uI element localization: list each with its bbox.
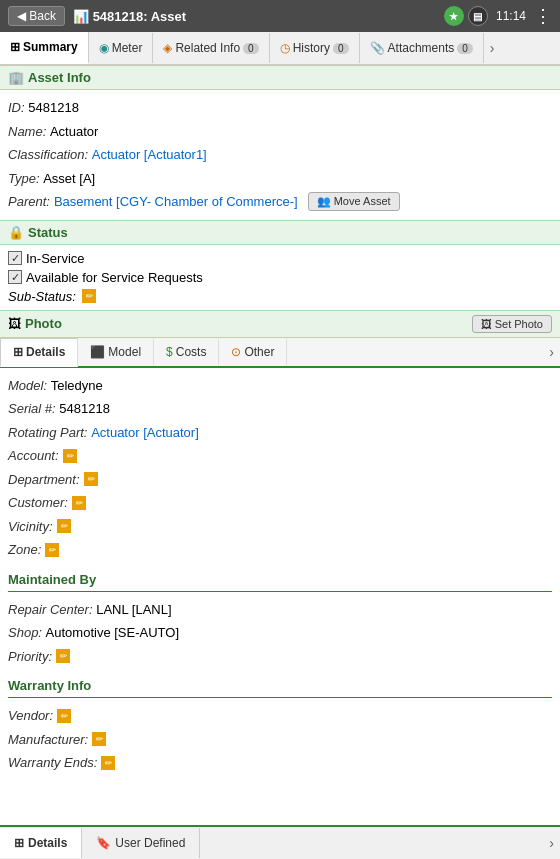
sub-tab-costs[interactable]: $ Costs: [154, 339, 219, 365]
tab-summary[interactable]: ⊞ Summary: [0, 32, 89, 64]
sub-tab-other[interactable]: ⊙ Other: [219, 339, 287, 365]
warranty-block: Vendor: ✏ Manufacturer: ✏ Warranty Ends:…: [0, 698, 560, 781]
tab-history-label: History: [293, 41, 330, 55]
tab-related-info[interactable]: ◈ Related Info 0: [153, 33, 269, 63]
sub-tab-model-label: Model: [108, 345, 141, 359]
details-subtab-icon: ⊞: [13, 345, 23, 359]
asset-info-block: ID: 5481218 Name: Actuator Classificatio…: [0, 90, 560, 220]
manufacturer-label: Manufacturer:: [8, 730, 88, 750]
history-tab-icon: ◷: [280, 41, 290, 55]
vendor-edit-icon[interactable]: ✏: [57, 709, 71, 723]
asset-info-header: 🏢 Asset Info: [0, 65, 560, 90]
zone-edit-icon[interactable]: ✏: [45, 543, 59, 557]
vendor-row: Vendor: ✏: [8, 704, 552, 728]
customer-label: Customer:: [8, 493, 68, 513]
summary-tab-icon: ⊞: [10, 40, 20, 54]
shop-label: Shop:: [8, 625, 42, 640]
rotating-row: Rotating Part: Actuator [Actuator]: [8, 421, 552, 445]
tab-meter[interactable]: ◉ Meter: [89, 33, 154, 63]
shop-row: Shop: Automotive [SE-AUTO]: [8, 621, 552, 645]
warranty-info-header: Warranty Info: [0, 674, 560, 697]
type-label: Type:: [8, 171, 40, 186]
warranty-ends-row: Warranty Ends: ✏: [8, 751, 552, 775]
header-left: ◀ Back 📊 5481218: Asset: [8, 6, 186, 26]
name-label: Name:: [8, 124, 46, 139]
sub-tab-other-label: Other: [244, 345, 274, 359]
set-photo-button[interactable]: 🖼 Set Photo: [472, 315, 552, 333]
customer-row: Customer: ✏: [8, 491, 552, 515]
manufacturer-edit-icon[interactable]: ✏: [92, 732, 106, 746]
parent-value[interactable]: Basement [CGY- Chamber of Commerce-]: [54, 192, 298, 212]
more-options-button[interactable]: ⋮: [534, 5, 552, 27]
other-subtab-icon: ⊙: [231, 345, 241, 359]
related-info-tab-icon: ◈: [163, 41, 172, 55]
sub-tab-details-label: Details: [26, 345, 65, 359]
asset-name-row: Name: Actuator: [8, 120, 552, 144]
attachments-badge: 0: [457, 43, 473, 54]
move-asset-label: Move Asset: [334, 195, 391, 207]
sub-status-edit-icon[interactable]: ✏: [82, 289, 96, 303]
tab-history[interactable]: ◷ History 0: [270, 33, 360, 63]
status-icons: ★ ▤: [444, 6, 488, 26]
department-edit-icon[interactable]: ✏: [84, 472, 98, 486]
set-photo-icon: 🖼: [481, 318, 492, 330]
asset-info-title: Asset Info: [28, 70, 91, 85]
serial-value: 5481218: [59, 401, 110, 416]
vicinity-edit-icon[interactable]: ✏: [57, 519, 71, 533]
serial-row: Serial #: 5481218: [8, 397, 552, 421]
in-service-checkbox[interactable]: [8, 251, 22, 265]
model-value: Teledyne: [51, 378, 103, 393]
status-icon-green: ★: [444, 6, 464, 26]
sub-tab-bar: ⊞ Details ⬛ Model $ Costs ⊙ Other ›: [0, 338, 560, 368]
serial-label: Serial #:: [8, 401, 56, 416]
tab-meter-label: Meter: [112, 41, 143, 55]
header-right: ★ ▤ 11:14 ⋮: [444, 5, 552, 27]
priority-row: Priority: ✏: [8, 645, 552, 669]
tab-more-button[interactable]: ›: [484, 32, 501, 64]
type-value: Asset [A]: [43, 171, 95, 186]
sub-tab-details[interactable]: ⊞ Details: [0, 338, 78, 367]
sub-tab-more-button[interactable]: ›: [543, 338, 560, 366]
zone-label: Zone:: [8, 540, 41, 560]
header-title: 📊 5481218: Asset: [73, 9, 186, 24]
move-asset-button[interactable]: 👥 Move Asset: [308, 192, 400, 211]
model-subtab-icon: ⬛: [90, 345, 105, 359]
parent-row: Parent: Basement [CGY- Chamber of Commer…: [8, 190, 552, 214]
status-icon-dark: ▤: [468, 6, 488, 26]
vendor-label: Vendor:: [8, 706, 53, 726]
available-service-checkbox[interactable]: [8, 270, 22, 284]
history-badge: 0: [333, 43, 349, 54]
maintained-by-block: Repair Center: LANL [LANL] Shop: Automot…: [0, 592, 560, 675]
repair-center-row: Repair Center: LANL [LANL]: [8, 598, 552, 622]
classification-value[interactable]: Actuator [Actuator1]: [92, 147, 207, 162]
header-bar: ◀ Back 📊 5481218: Asset ★ ▤ 11:14 ⋮: [0, 0, 560, 32]
id-label: ID:: [8, 100, 25, 115]
priority-edit-icon[interactable]: ✏: [56, 649, 70, 663]
warranty-ends-edit-icon[interactable]: ✏: [101, 756, 115, 770]
sub-tab-model[interactable]: ⬛ Model: [78, 339, 154, 365]
maintained-by-header: Maintained By: [0, 568, 560, 591]
zone-row: Zone: ✏: [8, 538, 552, 562]
back-button[interactable]: ◀ Back: [8, 6, 65, 26]
rotating-value[interactable]: Actuator [Actuator]: [91, 425, 199, 440]
customer-edit-icon[interactable]: ✏: [72, 496, 86, 510]
asset-id-row: ID: 5481218: [8, 96, 552, 120]
account-edit-icon[interactable]: ✏: [63, 449, 77, 463]
type-row: Type: Asset [A]: [8, 167, 552, 191]
main-tab-bar: ⊞ Summary ◉ Meter ◈ Related Info 0 ◷ His…: [0, 32, 560, 65]
repair-center-value: LANL [LANL]: [96, 602, 171, 617]
tab-related-info-label: Related Info: [175, 41, 240, 55]
id-value: 5481218: [28, 100, 79, 115]
photo-header: 🖼 Photo 🖼 Set Photo: [0, 310, 560, 338]
shop-value: Automotive [SE-AUTO]: [46, 625, 179, 640]
photo-title: Photo: [25, 316, 62, 331]
costs-subtab-icon: $: [166, 345, 173, 359]
account-label: Account:: [8, 446, 59, 466]
sub-tab-costs-label: Costs: [176, 345, 207, 359]
model-label: Model:: [8, 378, 47, 393]
photo-title-area: 🖼 Photo: [8, 316, 62, 331]
in-service-label: In-Service: [26, 251, 85, 266]
tab-attachments[interactable]: 📎 Attachments 0: [360, 33, 484, 63]
vicinity-row: Vicinity: ✏: [8, 515, 552, 539]
classification-label: Classification:: [8, 147, 88, 162]
